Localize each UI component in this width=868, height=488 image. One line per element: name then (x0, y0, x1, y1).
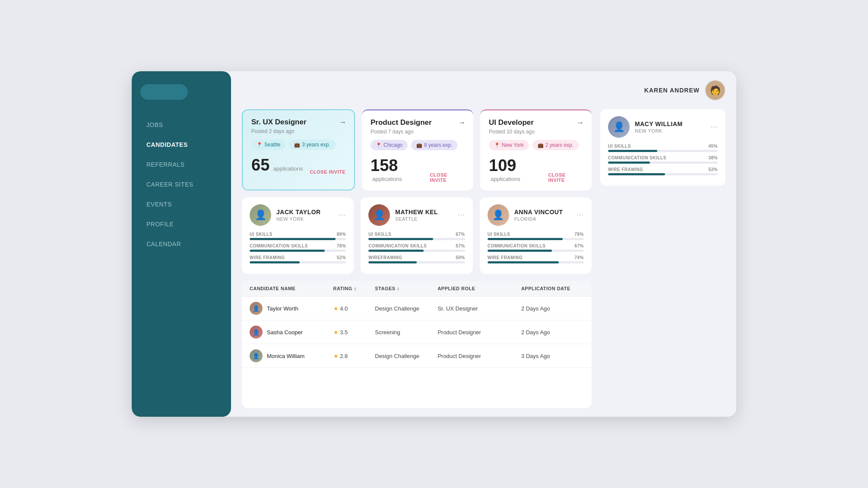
skill-bar-fill (488, 261, 559, 263)
sidebar-item-jobs[interactable]: JOBS (140, 117, 222, 133)
skill-pct: 38% (708, 155, 718, 160)
job-posted: Posted 2 days ago (251, 128, 345, 134)
skill-row: UI SKILLS 45% (608, 144, 718, 152)
job-arrow-btn[interactable]: → (576, 118, 584, 127)
skill-label: COMMUNICATION SKILLS (250, 244, 308, 248)
skill-row: COMMUNICATION SKILLS 78% (250, 244, 346, 252)
sidebar-item-profile[interactable]: PROFILE (140, 216, 222, 232)
job-card-ui-developer: → UI Developer Posted 10 days ago 📍New Y… (480, 109, 592, 190)
skill-label: WIRE FRAMING (488, 255, 523, 260)
row-avatar: 👤 (250, 349, 263, 362)
app-label: applications (372, 176, 402, 182)
candidate-name: JACK TAYLOR (276, 209, 334, 215)
table-row: 👤 Monica William ★ 2.8 Design Challenge … (242, 344, 592, 368)
sidebar-item-referrals[interactable]: REFERRALS (140, 157, 222, 172)
table-header-cell[interactable]: RATING ↕ (333, 286, 375, 291)
avatar: 🧑 (705, 80, 725, 101)
right-card-macy: 👤 MACY WILLIAM NEW YORK ··· UI SKILLS 45… (600, 109, 725, 186)
job-tag: 💼8 years exp. (411, 140, 457, 150)
close-invite-btn[interactable]: CLOSE INVITE (310, 169, 345, 174)
skill-pct: 45% (708, 144, 718, 149)
dots-menu[interactable]: ··· (711, 123, 718, 131)
skill-row: WIRE FRAMING 52% (250, 255, 346, 263)
sidebar-logo (140, 84, 188, 100)
job-arrow-btn[interactable]: → (339, 118, 346, 127)
candidate-header: 👤 MACY WILLIAM NEW YORK ··· (608, 116, 718, 138)
skill-bar-fill (368, 261, 417, 263)
candidate-location: SEATTLE (395, 216, 453, 222)
candidate-header: 👤 MATHEW KEL SEATTLE ··· (368, 204, 465, 226)
skill-row: UI SKILLS 78% (488, 232, 584, 240)
skill-bar-bg (250, 238, 346, 240)
job-footer: 109 applications CLOSE INVITE (489, 156, 583, 183)
candidate-header: 👤 JACK TAYLOR NEW YORK ··· (250, 204, 346, 226)
td-name: 👤 Monica William (250, 349, 333, 362)
dots-menu[interactable]: ··· (458, 211, 465, 219)
job-tag: 📍New York (489, 140, 529, 150)
row-avatar: 👤 (250, 302, 263, 315)
close-invite-btn[interactable]: CLOSE INVITE (430, 172, 465, 183)
sidebar-item-events[interactable]: EVENTS (140, 196, 222, 212)
table-header-cell[interactable]: CANDIDATE NAME (250, 286, 333, 291)
table-header-cell[interactable]: APPLICATION DATE (521, 286, 584, 291)
candidates-table: CANDIDATE NAMERATING ↕STAGES ↕APPLIED RO… (242, 281, 592, 408)
star-icon: ★ (333, 353, 339, 359)
job-cards: → Sr. UX Designer Posted 2 days ago 📍Sea… (242, 109, 592, 190)
job-title: Sr. UX Designer (251, 118, 345, 127)
skill-bar-bg (608, 162, 718, 164)
app-count-area: 158 applications (371, 156, 430, 183)
skill-label: COMMUNICATION SKILLS (488, 244, 546, 248)
table-header-cell[interactable]: STAGES ↕ (375, 286, 437, 291)
td-stage: Design Challenge (375, 305, 437, 312)
header-username: KAREN ANDREW (644, 87, 700, 94)
skill-bar-bg (368, 250, 465, 252)
td-date: 2 Days Ago (521, 329, 584, 336)
candidate-card-anna-vincout: 👤 ANNA VINCOUT FLORIDA ··· UI SKILLS 78%… (480, 197, 592, 274)
job-title: Product Designer (371, 118, 465, 127)
skill-bar-fill (250, 238, 336, 240)
right-panel: 👤 MACY WILLIAM NEW YORK ··· UI SKILLS 45… (600, 109, 725, 408)
skill-label: UI SKILLS (608, 144, 631, 149)
skill-bar-bg (368, 261, 465, 263)
candidate-location: NEW YORK (635, 128, 706, 133)
skill-label: UI SKILLS (488, 232, 510, 237)
skill-label: COMMUNICATION SKILLS (368, 244, 427, 248)
skill-bar-fill (488, 250, 552, 252)
skill-pct: 78% (574, 232, 584, 237)
job-arrow-btn[interactable]: → (458, 118, 466, 127)
skill-label: COMMUNICATION SKILLS (608, 155, 666, 160)
skill-row: UI SKILLS 89% (250, 232, 346, 240)
app-count-area: 109 applications (489, 156, 548, 183)
dots-menu[interactable]: ··· (339, 211, 346, 219)
td-name: 👤 Sasha Cooper (250, 326, 333, 339)
table-body: 👤 Taylor Worth ★ 4.0 Design Challenge Sr… (242, 297, 592, 368)
skill-bar-fill (368, 250, 423, 252)
skill-label: WIREFRAMING (368, 255, 402, 260)
skill-bar-bg (488, 261, 584, 263)
app-label: applications (491, 176, 520, 182)
skill-row: UI SKILLS 67% (368, 232, 465, 240)
skill-bar-bg (488, 238, 584, 240)
td-name: 👤 Taylor Worth (250, 302, 333, 315)
skill-pct: 89% (337, 232, 346, 237)
table-row: 👤 Sasha Cooper ★ 3.5 Screening Product D… (242, 320, 592, 344)
skill-pct: 67% (456, 232, 465, 237)
skill-row: COMMUNICATION SKILLS 38% (608, 155, 718, 164)
candidate-avatar: 👤 (368, 204, 390, 226)
candidate-name: ANNA VINCOUT (514, 209, 572, 215)
candidate-avatar: 👤 (250, 204, 271, 226)
skill-label: WIRE FRAMING (608, 167, 643, 172)
main-content: KAREN ANDREW 🧑 → Sr. UX Designer Posted … (231, 71, 736, 417)
candidate-avatar: 👤 (608, 116, 630, 138)
job-card-product-designer: → Product Designer Posted 7 days ago 📍Ch… (362, 109, 473, 190)
sidebar-item-candidates[interactable]: CANDIDATES (140, 137, 222, 152)
table-header-cell[interactable]: APPLIED ROLE (437, 286, 521, 291)
skill-pct: 52% (337, 255, 346, 260)
job-card-ux-designer: → Sr. UX Designer Posted 2 days ago 📍Sea… (242, 109, 355, 190)
sidebar-item-career-sites[interactable]: CAREER SITES (140, 177, 222, 192)
skill-pct: 52% (708, 167, 718, 172)
dots-menu[interactable]: ··· (577, 211, 584, 219)
close-invite-btn[interactable]: CLOSE INVITE (548, 172, 583, 183)
skill-row: WIRE FRAMING 52% (608, 167, 718, 175)
sidebar-item-calendar[interactable]: CALENDAR (140, 236, 222, 252)
